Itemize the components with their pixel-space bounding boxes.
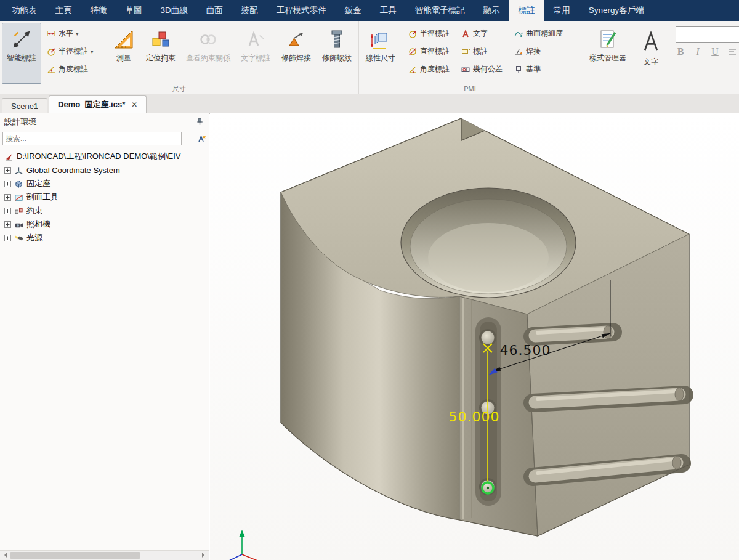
- tree-label-gcs: Global Coordinate System: [26, 166, 120, 175]
- pmi-surface-finish-icon: [514, 29, 523, 39]
- tree-item-fixture-part[interactable]: 固定座: [0, 177, 209, 190]
- tree-item-section-tool[interactable]: 剖面工具: [0, 190, 209, 204]
- search-input[interactable]: [2, 132, 182, 145]
- tree-item-global-coordinate-system[interactable]: Global Coordinate System: [0, 163, 209, 177]
- bold-button[interactable]: B: [676, 46, 685, 57]
- pmi-text-icon: [461, 29, 470, 39]
- tab-sketch[interactable]: 草圖: [116, 0, 151, 21]
- search-filter-icon[interactable]: [196, 134, 206, 144]
- tab-annotation[interactable]: 標註: [509, 0, 544, 21]
- document-tab-bar: Scene1 Demo_固定座.ics* ✕: [0, 94, 739, 114]
- smart-dimension-button[interactable]: 智能標註: [2, 23, 41, 84]
- pmi-weld-label: 焊接: [526, 46, 541, 57]
- expand-icon[interactable]: [4, 167, 11, 174]
- style-manager-button[interactable]: 樣式管理器: [583, 23, 632, 84]
- horizontal-dimension-button[interactable]: 水平 ▾: [42, 25, 107, 43]
- pmi-radius-label: 半徑標註: [420, 28, 450, 39]
- horizontal-scrollbar[interactable]: [0, 550, 209, 560]
- dimension-height-text[interactable]: 50.000: [449, 409, 500, 424]
- dimension-length-text[interactable]: 46.500: [500, 343, 551, 358]
- panel-title: 設計環境: [4, 116, 36, 128]
- tab-surface[interactable]: 曲面: [197, 0, 232, 21]
- scroll-left-arrow-icon[interactable]: [2, 553, 7, 558]
- tab-menu[interactable]: 功能表: [2, 0, 46, 21]
- tree-item-constraints[interactable]: 約束: [0, 204, 209, 217]
- group-label-dimension: 尺寸: [0, 84, 358, 94]
- angle-dimension-icon: [46, 65, 56, 75]
- tab-common[interactable]: 常用: [544, 0, 579, 21]
- pmi-diameter-button[interactable]: 直徑標註: [404, 43, 453, 60]
- pmi-label-label: 標註: [473, 46, 488, 57]
- measure-button[interactable]: 測量: [108, 23, 140, 84]
- close-icon[interactable]: ✕: [131, 100, 137, 109]
- expand-icon[interactable]: [4, 194, 11, 201]
- pmi-angle-icon: [408, 65, 418, 75]
- ribbon-group-style-text: 樣式管理器 文字 B I U: [581, 21, 739, 94]
- angle-dimension-button[interactable]: 角度標註: [42, 60, 107, 78]
- pmi-column-1: 半徑標註 直徑標註 角度標註: [404, 23, 453, 84]
- view-constraints-button: 查看約束關係: [182, 23, 235, 84]
- text-label: 文字: [644, 58, 658, 66]
- tab-smart-emarking[interactable]: 智能電子標記: [406, 0, 474, 21]
- tab-display[interactable]: 顯示: [474, 0, 509, 21]
- italic-button[interactable]: I: [693, 46, 703, 57]
- tab-engineering-part[interactable]: 工程模式零件: [267, 0, 336, 21]
- ribbon-group-dimension: 智能標註 水平 ▾ 半徑標註 ▾ 角度標註: [0, 21, 359, 94]
- tree-item-lights[interactable]: 光源: [0, 231, 209, 245]
- pmi-angle-button[interactable]: 角度標註: [404, 60, 453, 78]
- pin-icon[interactable]: [195, 117, 204, 126]
- tab-tools[interactable]: 工具: [371, 0, 406, 21]
- scene-canvas[interactable]: 46.500 50.000: [210, 113, 739, 560]
- positioning-constraint-button[interactable]: 定位拘束: [141, 23, 180, 84]
- section-tool-icon: [14, 193, 23, 202]
- tree-item-scene-path[interactable]: D:\IRONCAD\工程\IRONCAD DEMO\範例\EIV: [0, 150, 209, 163]
- linear-dimension-button[interactable]: 線性尺寸: [361, 23, 400, 84]
- tree-label-cameras: 照相機: [26, 219, 50, 230]
- text-button[interactable]: 文字: [634, 23, 668, 84]
- model-body[interactable]: [281, 118, 689, 536]
- align-left-icon[interactable]: [727, 47, 737, 57]
- expand-icon[interactable]: [4, 181, 11, 187]
- expand-icon[interactable]: [4, 221, 11, 228]
- pmi-diameter-label: 直徑標註: [420, 46, 450, 57]
- scroll-right-arrow-icon[interactable]: [202, 553, 207, 558]
- expand-icon[interactable]: [4, 235, 11, 241]
- linear-dimension-label: 線性尺寸: [366, 54, 395, 62]
- radius-dimension-button[interactable]: 半徑標註 ▾: [42, 43, 107, 60]
- doc-tab-scene1[interactable]: Scene1: [2, 98, 47, 113]
- underline-button[interactable]: U: [710, 46, 720, 57]
- pmi-text-button[interactable]: 文字: [457, 25, 506, 43]
- pmi-weld-icon: [514, 47, 523, 57]
- pmi-gtol-button[interactable]: 幾何公差: [457, 60, 506, 78]
- doc-tab-scene1-label: Scene1: [11, 102, 38, 111]
- chevron-down-icon[interactable]: ▾: [91, 49, 94, 55]
- doc-tab-demo[interactable]: Demo_固定座.ics* ✕: [49, 95, 147, 113]
- pmi-label-button[interactable]: 標註: [457, 43, 506, 60]
- tab-3d-curve[interactable]: 3D曲線: [151, 0, 197, 21]
- text-dimension-icon: [245, 26, 266, 52]
- tab-synergy-client[interactable]: Synergy客戶端: [579, 0, 653, 21]
- annotation-text-input[interactable]: [676, 26, 739, 43]
- weld-finish-button[interactable]: 修飾焊接: [277, 23, 316, 84]
- tree-label-fixture: 固定座: [26, 178, 50, 189]
- tab-home[interactable]: 主頁: [46, 0, 81, 21]
- tree-item-cameras[interactable]: 照相機: [0, 217, 209, 231]
- radius-dimension-label: 半徑標註: [59, 46, 88, 57]
- thread-finish-button[interactable]: 修飾螺紋: [317, 23, 357, 84]
- pmi-weld-button[interactable]: 焊接: [510, 43, 567, 60]
- 3d-viewport[interactable]: 46.500 50.000: [210, 113, 739, 560]
- pin-end-top[interactable]: [479, 329, 496, 346]
- tab-assembly[interactable]: 裝配: [232, 0, 267, 21]
- tab-sheet-metal[interactable]: 鈑金: [336, 0, 371, 21]
- camera-icon: [14, 220, 23, 229]
- pmi-radius-button[interactable]: 半徑標註: [404, 25, 453, 43]
- scrollbar-thumb[interactable]: [10, 552, 140, 559]
- measure-icon: [113, 26, 134, 52]
- tab-feature[interactable]: 特徵: [81, 0, 116, 21]
- tree-label-constraints: 約束: [26, 205, 42, 216]
- pmi-surface-finish-button[interactable]: 曲面精細度: [510, 25, 567, 43]
- pmi-datum-button[interactable]: 基準: [510, 60, 567, 78]
- chevron-down-icon[interactable]: ▾: [76, 31, 79, 37]
- linear-dimension-icon: [370, 26, 392, 52]
- expand-icon[interactable]: [4, 208, 11, 214]
